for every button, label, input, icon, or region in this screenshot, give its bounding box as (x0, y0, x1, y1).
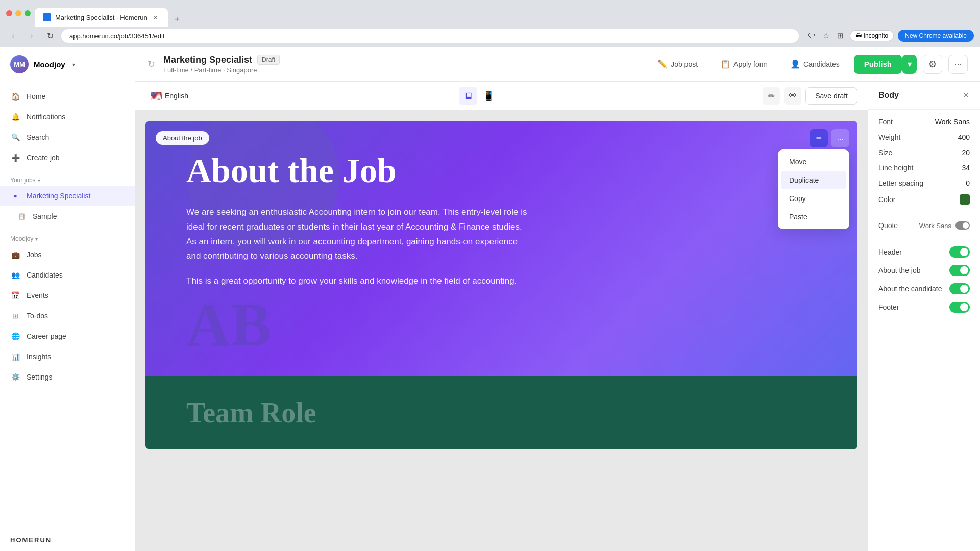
sidebar-item-candidates[interactable]: 👥 Candidates (0, 265, 135, 285)
about-job-toggle-label: About the job (878, 266, 921, 274)
panel-close-button[interactable]: ✕ (962, 90, 970, 101)
language-selector[interactable]: 🇺🇸 English (145, 87, 193, 105)
sidebar-item-todos[interactable]: ⊞ To-dos (0, 306, 135, 326)
section-more-button[interactable]: ··· (831, 129, 849, 147)
chart-icon: 📊 (10, 352, 20, 362)
mobile-view-button[interactable]: 📱 (479, 87, 498, 105)
sidebar-item-search[interactable]: 🔍 Search (0, 127, 135, 147)
font-label: Font (878, 118, 893, 126)
context-menu-item-move[interactable]: Move (781, 153, 846, 171)
split-view-icon[interactable]: ⊞ (836, 31, 846, 41)
sidebar-item-insights[interactable]: 📊 Insights (0, 346, 135, 367)
preview-button[interactable]: 👁 (784, 87, 801, 105)
sidebar-item-settings[interactable]: ⚙️ Settings (0, 367, 135, 387)
job-post-icon: ✏️ (657, 59, 668, 69)
sidebar-item-notifications[interactable]: 🔔 Notifications (0, 107, 135, 127)
canvas-wrapper: 🇺🇸 English 🖥 📱 ✏ 👁 Save draft (135, 82, 868, 551)
sidebar-item-events[interactable]: 📅 Events (0, 285, 135, 306)
panel-quote-row: Quote Work Sans (878, 221, 970, 230)
line-height-value: 34 (962, 164, 970, 172)
notifications-label: Notifications (27, 113, 65, 121)
address-bar-row: ‹ › ↻ 🛡 ☆ ⊞ 🕶 Incognito New Chrome avail… (0, 27, 980, 47)
tab-close-icon[interactable]: ✕ (152, 13, 160, 21)
sidebar-item-sample[interactable]: 📋 Sample (0, 206, 135, 227)
your-jobs-chevron: ▾ (38, 178, 40, 183)
home-label: Home (27, 92, 45, 101)
browser-chrome: Marketing Specialist · Homerun ✕ + (0, 0, 980, 27)
section-body: We are seeking an enthusiastic Accountin… (186, 205, 533, 289)
sidebar-item-create-job[interactable]: ➕ Create job (0, 147, 135, 168)
sidebar-item-jobs[interactable]: 💼 Jobs (0, 244, 135, 265)
footer-toggle[interactable] (949, 302, 970, 313)
settings-button[interactable]: ⚙ (923, 55, 942, 74)
color-swatch[interactable] (960, 194, 970, 205)
tab-title: Marketing Specialist · Homerun (55, 14, 148, 21)
context-menu-item-copy[interactable]: Copy (781, 189, 846, 208)
bookmark-icon[interactable]: ☆ (821, 31, 831, 41)
editor-area: 🇺🇸 English 🖥 📱 ✏ 👁 Save draft (135, 82, 980, 551)
size-value: 20 (962, 148, 970, 157)
save-draft-button[interactable]: Save draft (805, 87, 857, 105)
panel-about-candidate-row: About the candidate (878, 283, 970, 294)
panel-font-section: Font Work Sans Weight 400 Size 20 Line h… (868, 110, 980, 213)
more-options-button[interactable]: ··· (948, 55, 968, 74)
refresh-button[interactable]: ↻ (43, 29, 57, 43)
panel-line-height-row: Line height 34 (878, 164, 970, 172)
section-body-p2: This is a great opportunity to grow your… (186, 274, 533, 289)
window-min-btn[interactable] (15, 10, 21, 16)
tab-favicon (43, 13, 51, 21)
context-menu-item-paste[interactable]: Paste (781, 208, 846, 226)
window-max-btn[interactable] (24, 10, 31, 16)
about-job-toggle[interactable] (949, 265, 970, 276)
about-job-section: About the job ✏ ··· Move Duplicate (145, 121, 857, 376)
desktop-view-button[interactable]: 🖥 (459, 87, 477, 105)
todos-label: To-dos (27, 312, 48, 320)
flag-icon: 🇺🇸 (151, 90, 162, 102)
browser-tabs: Marketing Specialist · Homerun ✕ + (35, 0, 184, 27)
sample-label: Sample (33, 212, 57, 220)
edit-pencil-button[interactable]: ✏ (763, 87, 780, 105)
your-jobs-section: Your jobs ▾ (0, 172, 135, 186)
job-title: Marketing Specialist (163, 55, 252, 65)
jobs-label: Jobs (27, 251, 42, 259)
sidebar-item-career-page[interactable]: 🌐 Career page (0, 326, 135, 346)
shield-icon: 🛡 (807, 31, 817, 41)
address-input[interactable] (61, 29, 799, 43)
publish-group: Publish ▾ (854, 55, 917, 74)
canvas-toolbar-right: ✏ 👁 Save draft (763, 87, 857, 105)
quote-toggle[interactable] (955, 221, 970, 230)
sidebar-header[interactable]: MM Moodjoy ▾ (0, 47, 135, 82)
publish-dropdown-button[interactable]: ▾ (902, 55, 917, 74)
edit-icon: ✏ (816, 134, 822, 143)
new-tab-button[interactable]: + (170, 12, 184, 27)
company-name: Moodjoy (34, 60, 65, 69)
context-menu-item-duplicate[interactable]: Duplicate (781, 171, 846, 189)
active-tab[interactable]: Marketing Specialist · Homerun ✕ (35, 8, 168, 27)
canvas-toolbar: 🇺🇸 English 🖥 📱 ✏ 👁 Save draft (135, 82, 868, 111)
about-candidate-toggle[interactable] (949, 283, 970, 294)
top-bar: ↻ Marketing Specialist Draft Full-time /… (135, 47, 980, 82)
sidebar-item-home[interactable]: 🏠 Home (0, 86, 135, 107)
moodjoy-section-label: Moodjoy (10, 235, 33, 242)
chrome-update-badge[interactable]: New Chrome available (898, 30, 974, 42)
incognito-label: Incognito (864, 32, 889, 39)
section-edit-button[interactable]: ✏ (810, 129, 828, 147)
calendar-icon: 📅 (10, 290, 20, 300)
incognito-badge: 🕶 Incognito (850, 30, 894, 41)
window-close-btn[interactable] (6, 10, 12, 16)
header-toggle-label: Header (878, 248, 902, 256)
size-label: Size (878, 148, 892, 157)
letter-spacing-value: 0 (966, 179, 970, 187)
candidates-tab[interactable]: 👤 Candidates (782, 55, 848, 73)
sidebar-item-marketing-specialist[interactable]: ● Marketing Specialist (0, 186, 135, 206)
refresh-icon[interactable]: ↻ (148, 59, 155, 70)
job-post-tab[interactable]: ✏️ Job post (649, 55, 706, 73)
apply-form-tab[interactable]: 📋 Apply form (712, 55, 776, 73)
green-section-title: Team Role (186, 396, 817, 429)
forward-button[interactable]: › (24, 29, 39, 43)
publish-button[interactable]: Publish (854, 55, 902, 74)
back-button[interactable]: ‹ (6, 29, 20, 43)
bell-icon: 🔔 (10, 112, 20, 122)
header-toggle[interactable] (949, 246, 970, 258)
app-layout: MM Moodjoy ▾ 🏠 Home 🔔 Notifications 🔍 Se… (0, 47, 980, 551)
